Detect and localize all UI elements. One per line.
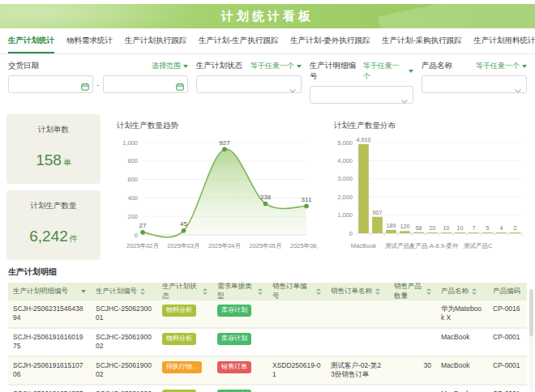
filter-select-product-name[interactable] bbox=[422, 75, 527, 93]
sort-asc-icon bbox=[426, 288, 431, 291]
stat-label: 计划单数 bbox=[6, 125, 101, 135]
svg-text:4: 4 bbox=[500, 224, 503, 232]
cell-detail_no: SCJH-250619105433703 bbox=[8, 386, 91, 392]
sort-desc-icon bbox=[426, 292, 431, 295]
caret-down-icon bbox=[183, 65, 188, 68]
cell-so_no: XSDD250619-01 bbox=[268, 357, 326, 384]
svg-text:2025年05月: 2025年05月 bbox=[249, 242, 281, 249]
distribution-chart-title: 计划生产数量分布 bbox=[324, 114, 529, 131]
svg-text:3,000: 3,000 bbox=[337, 175, 353, 182]
cell-so_no bbox=[268, 386, 326, 392]
tab-plan-outsource-tracking[interactable]: 生产计划-委外执行跟踪 bbox=[290, 36, 370, 53]
sort-icon bbox=[472, 288, 477, 295]
svg-text:600: 600 bbox=[127, 176, 138, 183]
svg-text:2025年04月: 2025年04月 bbox=[208, 242, 241, 249]
caret-down-icon bbox=[522, 65, 527, 68]
column-label: 生产计划明细编号 bbox=[13, 287, 68, 296]
chevron-down-icon bbox=[289, 89, 296, 93]
filter-operator[interactable]: 等于任意一个 bbox=[363, 61, 413, 82]
sort-desc-icon bbox=[258, 292, 263, 295]
caret-down-icon bbox=[297, 65, 302, 68]
filter-controls bbox=[310, 86, 413, 104]
svg-text:927: 927 bbox=[219, 139, 230, 147]
tab-plan-production-tracking[interactable]: 生产计划-生产执行跟踪 bbox=[199, 36, 278, 53]
svg-text:10: 10 bbox=[457, 224, 464, 232]
svg-text:2,000: 2,000 bbox=[337, 194, 353, 201]
tab-plan-execution-tracking[interactable]: 生产计划执行跟踪 bbox=[125, 36, 186, 53]
stat-label: 计划生产数量 bbox=[6, 201, 101, 211]
column-label: 销售订单编号 bbox=[272, 282, 313, 301]
cell-qty bbox=[389, 386, 436, 392]
filter-labels-delivery-date: 交货日期选择范围 bbox=[8, 61, 188, 71]
column-label: 销售订单名称 bbox=[331, 287, 372, 296]
sort-desc-icon bbox=[203, 292, 208, 295]
range-separator: - bbox=[96, 80, 99, 89]
column-label: 销售产品数量 bbox=[394, 282, 423, 301]
tab-production-plan-stats[interactable]: 生产计划统计 bbox=[8, 36, 54, 53]
distribution-bar-chart: 01,0002,0003,0004,0005,0004,910907189120… bbox=[324, 131, 529, 254]
column-header-status[interactable]: 生产计划状态 bbox=[157, 283, 212, 300]
app-header: 计划统计看板 bbox=[0, 4, 535, 28]
stat-card-planned-production-qty: 计划生产数量6,242件 bbox=[6, 190, 101, 260]
caret-down-icon bbox=[81, 290, 86, 293]
svg-text:907: 907 bbox=[373, 209, 383, 216]
cell-plan_no: SCJHC-2506190002 bbox=[91, 329, 157, 356]
column-header-so_name[interactable]: 销售订单名称 bbox=[326, 283, 389, 300]
filter-operator[interactable]: 选择范围 bbox=[152, 61, 188, 71]
table-row[interactable]: SCJH-250623154643894SCJHC-2506230001物料分析… bbox=[8, 300, 527, 329]
filter-operator[interactable]: 等于任意一个 bbox=[476, 61, 527, 71]
table-row[interactable]: SCJH-250619161601975SCJHC-2506190002物料分析… bbox=[8, 329, 527, 357]
sort-icon bbox=[426, 288, 431, 295]
svg-text:200: 200 bbox=[127, 213, 138, 220]
sort-icon bbox=[258, 288, 263, 295]
filter-labels-plan-detail-no: 生产计明细编号等于任意一个 bbox=[310, 61, 413, 82]
tab-material-demand-stats[interactable]: 物料需求统计 bbox=[66, 36, 113, 53]
chevron-down-icon bbox=[515, 89, 521, 93]
stat-unit: 件 bbox=[70, 234, 78, 243]
filter-group-plan-detail-no: 生产计明细编号等于任意一个 bbox=[310, 61, 413, 104]
stat-value: 158单 bbox=[6, 151, 101, 169]
svg-text:测试产品C: 测试产品C bbox=[464, 242, 493, 249]
filter-controls: - bbox=[8, 75, 188, 93]
svg-text:0: 0 bbox=[349, 230, 353, 237]
status-badge: 待执行物... bbox=[162, 361, 202, 373]
sort-asc-icon bbox=[375, 288, 380, 291]
cell-so_name: 测试客户-02-第23份销售订单 bbox=[326, 357, 389, 384]
sort-desc-icon bbox=[316, 292, 321, 295]
svg-text:20: 20 bbox=[430, 224, 436, 232]
status-badge: 库存计划 bbox=[217, 305, 251, 317]
table-scrollbar[interactable] bbox=[529, 289, 533, 391]
column-header-plan_no[interactable]: 生产计划编号 bbox=[91, 283, 157, 300]
column-label: 产品名称 bbox=[441, 287, 469, 296]
cell-qty: 30 bbox=[389, 357, 436, 384]
column-header-so_no[interactable]: 销售订单编号 bbox=[268, 283, 326, 300]
column-header-product[interactable]: 产品名称 bbox=[436, 283, 488, 300]
table-title: 生产计划明细 bbox=[8, 266, 527, 278]
cell-detail_no: SCJH-250619161510706 bbox=[8, 357, 91, 384]
tab-plan-purchase-tracking[interactable]: 生产计划-采购执行跟踪 bbox=[382, 36, 461, 53]
column-header-detail_no[interactable]: 生产计划明细编号 bbox=[8, 283, 91, 300]
scrollbar-thumb[interactable] bbox=[529, 289, 533, 336]
column-label: 产品编码 bbox=[493, 287, 520, 296]
filter-label: 交货日期 bbox=[8, 61, 39, 71]
tab-plan-material-usage-stats[interactable]: 生产计划用料统计 bbox=[474, 36, 535, 53]
status-badge: 物料分析 bbox=[162, 333, 196, 345]
column-header-qty[interactable]: 销售产品数量 bbox=[389, 283, 436, 300]
table-row[interactable]: SCJH-250619161510706SCJHC-2506190002待执行物… bbox=[8, 357, 527, 386]
column-header-code[interactable]: 产品编码 bbox=[488, 283, 525, 300]
svg-text:1,000: 1,000 bbox=[337, 211, 353, 219]
filter-select-plan-detail-no[interactable] bbox=[310, 86, 413, 104]
filter-select-plan-status[interactable] bbox=[196, 75, 302, 93]
column-label: 生产计划编号 bbox=[96, 287, 137, 296]
column-header-demand_type[interactable]: 需求单据类型 bbox=[212, 283, 268, 300]
svg-text:2025年02月: 2025年02月 bbox=[126, 242, 159, 249]
stat-unit: 单 bbox=[63, 158, 71, 167]
sort-icon bbox=[316, 288, 321, 295]
cell-demand_type: 库存计划 bbox=[212, 386, 268, 392]
table-row[interactable]: SCJH-250619105433703SCJHC-2506190001物料分析… bbox=[8, 386, 527, 392]
cell-so_name bbox=[326, 386, 389, 392]
svg-text:45: 45 bbox=[180, 220, 187, 228]
filter-controls bbox=[422, 75, 527, 93]
trend-chart-title: 计划生产数量趋势 bbox=[107, 114, 318, 131]
filter-operator[interactable]: 等于任意一个 bbox=[250, 61, 302, 71]
